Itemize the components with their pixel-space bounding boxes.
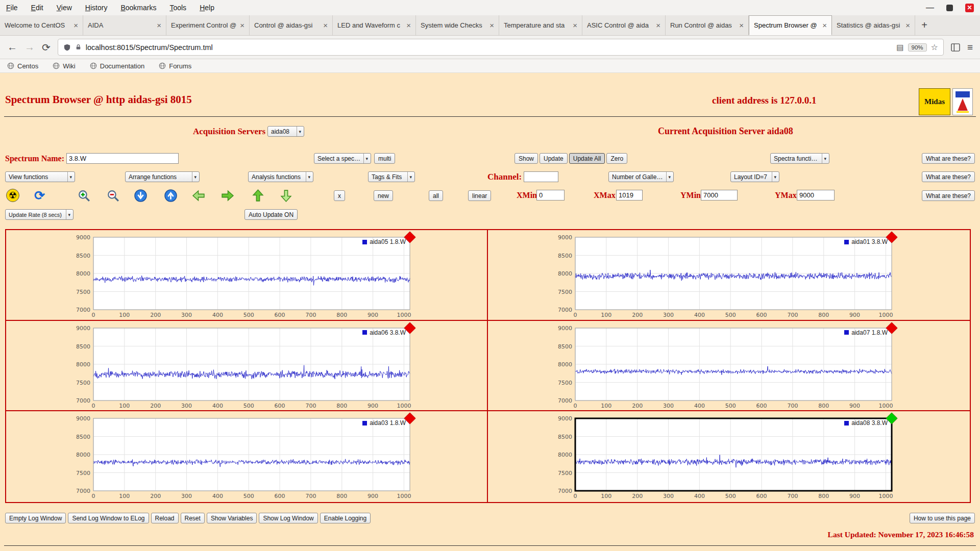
url-text[interactable]: localhost:8015/Spectrum/Spectrum.tml [86, 43, 893, 52]
tab-8[interactable]: ASIC Control @ aida× [582, 15, 666, 35]
zoom-level-badge[interactable]: 90% [908, 43, 927, 52]
tab-close-icon[interactable]: × [406, 21, 411, 30]
forward-icon[interactable]: → [24, 41, 35, 53]
tab-2[interactable]: AIDA× [83, 15, 166, 35]
tab-close-icon[interactable]: × [323, 21, 328, 30]
reload-button[interactable]: Reload [151, 513, 179, 523]
bookmark-star-icon[interactable]: ☆ [931, 42, 938, 52]
tab-4[interactable]: Control @ aidas-gsi× [250, 15, 333, 35]
send-log-window-to-elog-button[interactable]: Send Log Window to ELog [68, 513, 149, 523]
bookmark-centos[interactable]: Centos [7, 62, 38, 70]
refresh-icon[interactable]: ⟳ [33, 189, 46, 203]
reset-button[interactable]: Reset [181, 513, 205, 523]
layout-id-dropdown[interactable]: Layout ID=7▾ [730, 171, 779, 182]
ymin-input[interactable] [701, 190, 738, 201]
all-button[interactable]: all [429, 190, 443, 201]
gallery-cell-4[interactable]: 7000750080008500900001002003004005006007… [488, 321, 970, 412]
arrange-functions-dropdown[interactable]: Arrange functions▾ [125, 171, 200, 182]
tab-close-icon[interactable]: × [157, 21, 161, 30]
tab-close-icon[interactable]: × [240, 21, 244, 30]
maximize-icon[interactable] [946, 5, 953, 11]
back-icon[interactable]: ← [7, 41, 17, 53]
number-of-galleries-dropdown[interactable]: Number of Galleries▾ [608, 171, 674, 182]
how-to-use-button[interactable]: How to use this page [910, 513, 975, 523]
auto-update-button[interactable]: Auto Update ON [244, 209, 298, 220]
linear-button[interactable]: linear [468, 190, 491, 201]
gallery-cell-2[interactable]: 7000750080008500900001002003004005006007… [488, 230, 970, 321]
update-rate-dropdown[interactable]: Update Rate (8 secs)▾ [5, 209, 74, 220]
tab-1[interactable]: Welcome to CentOS× [0, 15, 83, 35]
tab-close-icon[interactable]: × [573, 21, 577, 30]
app-menu-icon[interactable]: ≡ [967, 42, 973, 53]
analysis-functions-dropdown[interactable]: Analysis functions▾ [248, 171, 313, 182]
select-spectrum-dropdown[interactable]: Select a spectrum▾ [314, 153, 371, 164]
gallery-cell-5[interactable]: 7000750080008500900001002003004005006007… [6, 411, 488, 502]
site-security-lock-icon[interactable] [75, 43, 82, 51]
pan-left-icon[interactable] [192, 189, 206, 203]
menu-history[interactable]: History [85, 4, 108, 12]
pan-down-icon[interactable] [279, 189, 293, 203]
what-are-these-button-1[interactable]: What are these? [922, 153, 975, 164]
minimize-icon[interactable]: — [926, 3, 934, 12]
tab-11[interactable]: Statistics @ aidas-gsi× [832, 15, 915, 35]
view-functions-dropdown[interactable]: View functions▾ [5, 171, 75, 182]
gallery-cell-1[interactable]: 7000750080008500900001002003004005006007… [6, 230, 488, 321]
bookmark-documentation[interactable]: Documentation [90, 62, 144, 70]
xmax-input[interactable] [616, 190, 643, 201]
sidebar-icon[interactable] [951, 43, 960, 52]
url-bar[interactable]: localhost:8015/Spectrum/Spectrum.tml ▤ 9… [58, 39, 944, 56]
bookmark-forums[interactable]: Forums [159, 62, 191, 70]
circle-arrow-down-icon[interactable] [134, 189, 148, 203]
x-button[interactable]: x [334, 190, 345, 201]
pan-right-icon[interactable] [220, 189, 234, 203]
enable-logging-button[interactable]: Enable Logging [320, 513, 371, 523]
tab-10[interactable]: Spectrum Browser @× [749, 15, 832, 35]
tab-close-icon[interactable]: × [739, 21, 744, 30]
what-are-these-button-2[interactable]: What are these? [922, 171, 975, 182]
new-tab-button[interactable]: + [915, 15, 934, 35]
spectrum-name-input[interactable] [66, 153, 179, 164]
what-are-these-button-3[interactable]: What are these? [922, 190, 975, 201]
close-icon[interactable]: ✕ [965, 4, 974, 12]
channel-input[interactable] [524, 171, 558, 182]
new-button[interactable]: new [374, 190, 393, 201]
zero-button[interactable]: Zero [606, 153, 627, 164]
tab-close-icon[interactable]: × [822, 21, 827, 30]
tab-close-icon[interactable]: × [656, 21, 660, 30]
empty-log-window-button[interactable]: Empty Log Window [5, 513, 66, 523]
zoom-out-icon[interactable] [106, 189, 120, 203]
reader-mode-icon[interactable]: ▤ [896, 43, 903, 52]
menu-edit[interactable]: Edit [31, 4, 43, 12]
menu-view[interactable]: View [57, 4, 72, 12]
multi-button[interactable]: multi [374, 153, 395, 164]
circle-arrow-up-icon[interactable] [164, 189, 178, 203]
gallery-cell-6[interactable]: 7000750080008500900001002003004005006007… [488, 411, 970, 502]
tracking-shield-icon[interactable] [63, 43, 71, 52]
update-all-button[interactable]: Update All [569, 153, 605, 164]
tab-close-icon[interactable]: × [74, 21, 78, 30]
menu-tools[interactable]: Tools [169, 4, 186, 12]
tab-3[interactable]: Experiment Control @× [166, 15, 250, 35]
menu-help[interactable]: Help [200, 4, 214, 12]
reload-icon[interactable]: ⟳ [42, 41, 51, 54]
tab-7[interactable]: Temperature and sta× [499, 15, 582, 35]
tab-5[interactable]: LED and Waveform c× [333, 15, 416, 35]
tab-close-icon[interactable]: × [489, 21, 494, 30]
tab-6[interactable]: System wide Checks× [416, 15, 499, 35]
tags-fits-dropdown[interactable]: Tags & Fits▾ [368, 171, 415, 182]
tab-close-icon[interactable]: × [905, 21, 910, 30]
spectra-functions-dropdown[interactable]: Spectra functions▾ [770, 153, 829, 164]
radiation-icon[interactable]: ☢ [6, 189, 19, 202]
acquisition-server-select[interactable]: aida08▾ [267, 126, 304, 137]
pan-up-icon[interactable] [251, 189, 265, 203]
menu-file[interactable]: File [6, 4, 18, 12]
bookmark-wiki[interactable]: Wiki [53, 62, 76, 70]
ymax-input[interactable] [797, 190, 835, 201]
show-button[interactable]: Show [514, 153, 538, 164]
zoom-in-icon[interactable] [77, 189, 91, 203]
tab-9[interactable]: Run Control @ aidas× [666, 15, 749, 35]
show-log-window-button[interactable]: Show Log Window [259, 513, 317, 523]
show-variables-button[interactable]: Show Variables [207, 513, 257, 523]
xmin-input[interactable] [536, 190, 565, 201]
gallery-cell-3[interactable]: 7000750080008500900001002003004005006007… [6, 321, 488, 412]
